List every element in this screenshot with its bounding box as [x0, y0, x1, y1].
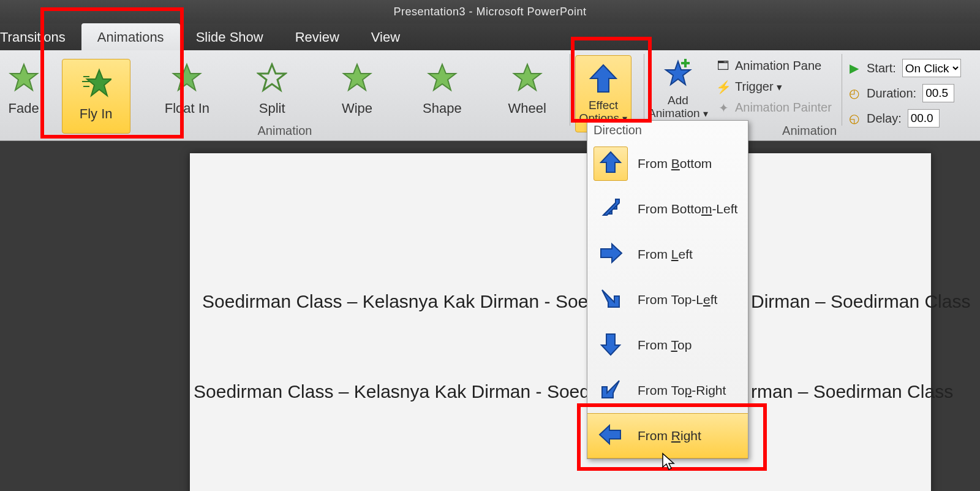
slide-canvas[interactable]: Soedirman Class – Kelasnya Kak Dirman - … — [190, 153, 931, 491]
menu-item-label: From Top-Left — [638, 292, 717, 307]
ribbon-tabs: Transitions Animations Slide Show Review… — [0, 23, 980, 50]
arrow-left-icon — [598, 422, 623, 449]
animation-label: Wheel — [484, 101, 570, 116]
svg-marker-17 — [601, 244, 622, 262]
arrow-upright-icon — [598, 196, 623, 223]
menu-item-label: From Bottom — [638, 156, 712, 171]
animation-label: Fly In — [80, 106, 113, 122]
arrow-up-icon — [598, 150, 623, 177]
svg-marker-10 — [590, 65, 616, 92]
svg-marker-5 — [173, 64, 200, 90]
start-label: Start: — [867, 61, 896, 75]
tab-slideshow[interactable]: Slide Show — [180, 23, 279, 50]
star-icon — [512, 63, 543, 96]
svg-marker-22 — [663, 454, 674, 470]
delay-label: Delay: — [867, 112, 902, 126]
svg-marker-7 — [344, 64, 371, 90]
animation-split[interactable]: Split — [230, 56, 315, 116]
duration-label: Duration: — [867, 86, 916, 101]
animation-label: Shape — [399, 101, 484, 116]
svg-marker-0 — [10, 64, 37, 90]
ribbon: Fade Fly In Float In — [0, 50, 980, 141]
star-icon — [9, 63, 39, 96]
menu-item-from-top[interactable]: From Top — [587, 322, 748, 368]
svg-marker-20 — [602, 381, 619, 398]
animation-painter-button: ✦ Animation Painter — [717, 101, 838, 115]
animation-flyin[interactable]: Fly In — [47, 56, 145, 134]
svg-marker-18 — [602, 290, 619, 307]
star-icon — [427, 63, 458, 96]
window-title: Presentation3 - Microsoft PowerPoint — [393, 6, 586, 18]
arrow-right-icon — [598, 241, 623, 268]
slide-text[interactable]: rman – Soedirman Class — [751, 381, 953, 402]
slide-text[interactable]: Dirman – Soedirman Class — [751, 291, 970, 312]
svg-rect-13 — [681, 62, 690, 64]
svg-marker-8 — [429, 64, 456, 90]
pane-icon: 🗔 — [717, 59, 730, 73]
slide-text[interactable]: Soedirman Class – Kelasnya Kak Dirman - … — [194, 381, 636, 402]
start-select[interactable]: On Click — [902, 59, 961, 77]
painter-icon: ✦ — [717, 101, 730, 115]
effect-options-label: Effect — [589, 99, 618, 112]
animation-pane-button[interactable]: 🗔 Animation Pane — [717, 59, 838, 73]
lightning-icon: ⚡ — [717, 80, 730, 94]
menu-item-from-left[interactable]: From Left — [587, 232, 748, 277]
arrow-downright-icon — [598, 286, 623, 313]
animation-wheel[interactable]: Wheel — [484, 56, 570, 116]
menu-item-from-right[interactable]: From Right — [587, 413, 748, 459]
animation-label: Fade — [0, 101, 47, 116]
slide-text[interactable]: Soedirman Class – Kelasnya Kak Dirman - … — [202, 291, 644, 312]
play-icon: ▶ — [847, 61, 861, 75]
tab-animations[interactable]: Animations — [81, 23, 180, 50]
star-icon — [81, 68, 111, 101]
title-bar: Presentation3 - Microsoft PowerPoint — [0, 0, 980, 23]
effect-options-menu: Direction From Bottom From Bottom-Left F… — [587, 120, 748, 459]
svg-marker-14 — [601, 152, 620, 172]
svg-marker-19 — [601, 334, 620, 355]
tab-view[interactable]: View — [355, 23, 416, 50]
menu-item-label: From Right — [638, 428, 701, 443]
menu-item-label: From Left — [638, 247, 693, 262]
menu-item-label: From Top — [638, 338, 692, 352]
animation-label: Wipe — [315, 101, 400, 116]
clock-icon: ◴ — [847, 86, 861, 100]
arrow-up-icon — [589, 64, 617, 97]
menu-item-from-bottom-left[interactable]: From Bottom-Left — [587, 186, 748, 232]
arrow-down-icon — [598, 332, 623, 359]
svg-marker-21 — [600, 425, 620, 444]
star-plus-icon — [661, 82, 695, 93]
menu-item-from-top-right[interactable]: From Top-Right — [587, 368, 748, 413]
animation-pane-label: Animation Pane — [735, 59, 821, 73]
menu-item-label: From Top-Right — [638, 383, 726, 398]
animation-wipe[interactable]: Wipe — [315, 56, 400, 116]
svg-marker-9 — [514, 64, 541, 90]
animation-shape[interactable]: Shape — [399, 56, 484, 116]
group-label-animation: Animation — [0, 124, 570, 138]
animation-gallery: Fade Fly In Float In — [0, 53, 570, 134]
svg-marker-6 — [258, 64, 285, 90]
animation-painter-label: Animation Painter — [735, 101, 832, 115]
tab-review[interactable]: Review — [279, 23, 355, 50]
slide-stage: Soedirman Class – Kelasnya Kak Dirman - … — [0, 141, 980, 491]
menu-item-from-bottom[interactable]: From Bottom — [587, 141, 748, 186]
svg-marker-4 — [87, 70, 111, 96]
add-animation-label: Add — [668, 94, 688, 107]
menu-item-label: From Bottom-Left — [638, 202, 737, 216]
animation-fade[interactable]: Fade — [0, 56, 47, 116]
menu-section-direction: Direction — [587, 121, 748, 141]
delay-input[interactable] — [908, 109, 940, 128]
animation-label: Float In — [145, 101, 230, 116]
arrow-downleft-icon — [598, 377, 623, 404]
clock-icon: ◵ — [847, 112, 861, 125]
menu-item-from-top-left[interactable]: From Top-Left — [587, 277, 748, 322]
cursor-icon — [662, 452, 677, 471]
star-icon — [342, 63, 372, 96]
duration-input[interactable] — [922, 84, 954, 102]
tab-transitions[interactable]: Transitions — [0, 23, 81, 50]
trigger-button[interactable]: ⚡ Trigger ▾ — [717, 80, 838, 94]
add-animation-button[interactable]: AddAnimation ▾ — [644, 53, 712, 120]
animation-label: Split — [230, 101, 315, 116]
animation-floatin[interactable]: Float In — [145, 56, 230, 116]
star-icon — [172, 63, 202, 96]
trigger-label: Trigger ▾ — [735, 80, 782, 94]
